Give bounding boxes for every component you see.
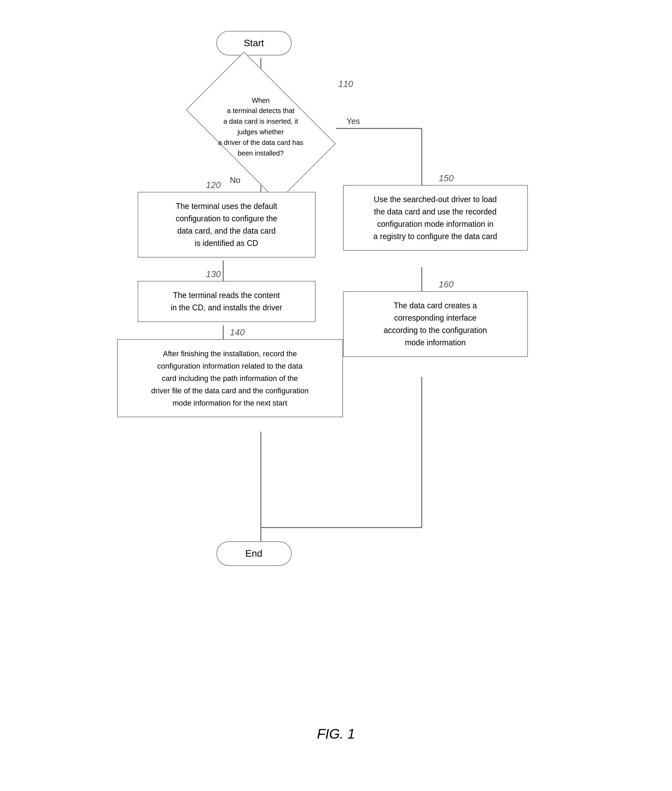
- start-shape: Start: [216, 31, 292, 56]
- box-120-node: 120 The terminal uses the defaultconfigu…: [138, 192, 316, 258]
- end-shape: End: [216, 541, 292, 566]
- step-110-label: 110: [338, 79, 353, 90]
- box-130-text: The terminal reads the contentin the CD,…: [171, 291, 282, 312]
- box-140-shape: After finishing the installation, record…: [117, 339, 343, 417]
- box-160-text: The data card creates acorresponding int…: [384, 301, 487, 347]
- diamond-110-text: Whena terminal detects thata data card i…: [210, 92, 312, 162]
- page: Start Whena terminal detects thata data …: [0, 0, 672, 791]
- box-160-shape: The data card creates acorresponding int…: [343, 291, 528, 357]
- end-node: End: [216, 541, 292, 566]
- box-120-shape: The terminal uses the defaultconfigurati…: [138, 192, 316, 258]
- end-label: End: [245, 548, 262, 559]
- box-160-node: 160 The data card creates acorresponding…: [343, 291, 528, 357]
- box-130-node: 130 The terminal reads the contentin the…: [138, 281, 316, 322]
- start-label: Start: [244, 38, 264, 48]
- step-150-label: 150: [439, 173, 454, 184]
- flowchart-container: Start Whena terminal detects thata data …: [96, 21, 576, 706]
- yes-label: Yes: [346, 117, 360, 126]
- step-130-label: 130: [206, 269, 221, 279]
- start-node: Start: [216, 31, 292, 56]
- box-150-node: 150 Use the searched-out driver to loadt…: [343, 185, 528, 251]
- step-120-label: 120: [206, 180, 221, 191]
- step-140-label: 140: [230, 327, 245, 338]
- box-130-shape: The terminal reads the contentin the CD,…: [138, 281, 316, 322]
- box-120-text: The terminal uses the defaultconfigurati…: [176, 202, 277, 248]
- box-150-text: Use the searched-out driver to loadthe d…: [373, 195, 498, 241]
- diamond-110-wrapper: Whena terminal detects thata data card i…: [189, 82, 333, 171]
- box-140-node: 140 After finishing the installation, re…: [117, 339, 343, 417]
- no-label: No: [230, 175, 241, 185]
- box-140-text: After finishing the installation, record…: [151, 350, 309, 408]
- figure-label: FIG. 1: [317, 726, 355, 742]
- diamond-110-node: Whena terminal detects thata data card i…: [189, 82, 333, 171]
- step-160-label: 160: [439, 279, 454, 290]
- box-150-shape: Use the searched-out driver to loadthe d…: [343, 185, 528, 251]
